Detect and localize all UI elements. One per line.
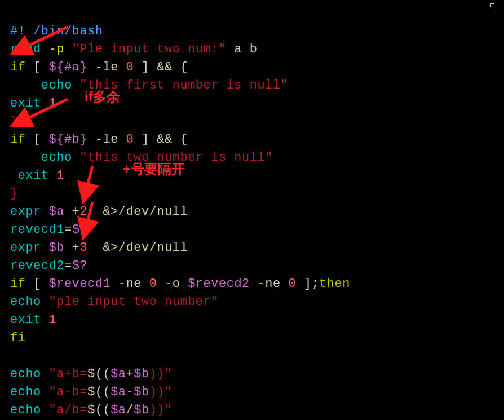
code-line: #! /bin/bash [10,24,103,38]
code-line: fi [10,331,25,345]
subst-end: ))" [149,367,173,381]
code-line: exit 1 [10,96,56,110]
var-ref: ${#a} [49,60,88,74]
var-ref: $b [134,367,149,381]
var-ref: $? [72,259,87,273]
string: "ple input two number" [49,295,219,309]
expand-icon[interactable] [490,3,498,11]
code-line: echo "a+b=$(($a+$b))" [10,367,173,381]
kw-exit: exit [10,96,49,110]
subst: $(( [87,385,110,399]
kw-exit: exit [10,313,49,327]
op: / [126,403,134,417]
op: -le [87,132,126,147]
kw-if: if [10,60,25,74]
code-line: expr $b +3 &>/dev/null [10,241,188,255]
var-ref: $b [134,403,149,417]
kw-then: then [319,277,350,291]
bracket: ] [134,132,157,147]
var-ref: $a [110,367,126,381]
bracket: ] [134,60,157,74]
code-line: revecd1=$? [10,223,87,237]
kw-if: if [10,132,25,147]
subst: $(( [87,403,110,417]
code-line: if [ $revecd1 -ne 0 -o $revecd2 -ne 0 ];… [10,277,350,291]
kw-expr: expr [10,205,49,219]
code-line: } [10,114,18,129]
number: 0 [149,277,157,291]
var-ref: $a [110,385,126,399]
shebang: #! /bin/bash [10,24,103,38]
opt-p: -p [49,42,64,56]
code-line: exit 1 [10,313,56,327]
bracket: ]; [296,277,319,291]
kw-expr: expr [10,241,49,255]
op: -le [87,60,126,74]
kw-exit: exit [10,169,56,183]
op-o: -o [157,277,188,291]
op: -ne [250,277,289,291]
code-line: if [ ${#a} -le 0 ] && { [10,60,188,74]
code-line: read -p "Ple input two num:" a b [10,42,257,56]
eq: = [64,223,72,237]
brace: } [10,187,18,201]
number: 1 [56,169,64,183]
brace: { [173,60,188,74]
kw-echo: echo [10,295,49,309]
code-editor[interactable]: #! /bin/bash read -p "Ple input two num:… [0,0,504,420]
kw-read: read [10,42,41,56]
number: 1 [49,96,57,110]
number: 0 [126,60,134,74]
var-ref: $? [72,223,87,237]
bracket: [ [25,132,48,147]
string: "a-b= [49,385,88,399]
op: - [126,385,134,399]
var-ref: $revecd1 [49,277,111,291]
code-line: echo "this first number is null" [10,78,288,92]
op: -ne [110,277,149,291]
bracket: [ [25,277,48,291]
and-op: && [157,132,172,147]
tail: &>/dev/null [87,241,188,255]
kw-echo: echo [10,367,49,381]
brace: { [173,132,188,147]
string: "Ple input two num:" [72,42,227,56]
code-line: } [10,187,18,201]
number: 1 [49,313,57,327]
code-line: revecd2=$? [10,259,87,273]
number: 2 [79,205,87,219]
and-op: && [157,60,172,74]
string: "a/b= [49,403,88,417]
var-ref: $revecd2 [188,277,250,291]
vars: a b [227,42,258,56]
annotation-if-extra: if多余 [85,88,120,106]
bracket: [ [25,60,48,74]
code-line: echo "a/b=$(($a/$b))" [10,403,173,417]
kw-if: if [10,277,25,291]
code-line: if [ ${#b} -le 0 ] && { [10,132,188,147]
op: + [126,367,134,381]
op-plus: + [64,205,79,219]
var-ref: ${#b} [49,132,88,147]
number: 0 [126,132,134,147]
subst: $(( [87,367,110,381]
annotation-plus-space: +号要隔开 [123,160,185,178]
kw-echo: echo [10,78,79,92]
kw-echo: echo [10,385,49,399]
var-ref: $a [49,205,64,219]
ident: revecd2 [10,259,64,273]
ident: revecd1 [10,223,64,237]
code-line: expr $a +2 &>/dev/null [10,205,188,219]
code-line: echo "a-b=$(($a-$b))" [10,385,173,399]
subst-end: ))" [149,385,173,399]
code-line: exit 1 [10,169,64,183]
var-ref: $b [134,385,149,399]
number: 3 [79,241,87,255]
kw-echo: echo [10,151,79,165]
var-ref: $a [110,403,126,417]
eq: = [64,259,72,273]
kw-echo: echo [10,403,49,417]
kw-fi: fi [10,331,25,345]
code-line: echo "ple input two number" [10,295,219,309]
tail: &>/dev/null [87,205,188,219]
